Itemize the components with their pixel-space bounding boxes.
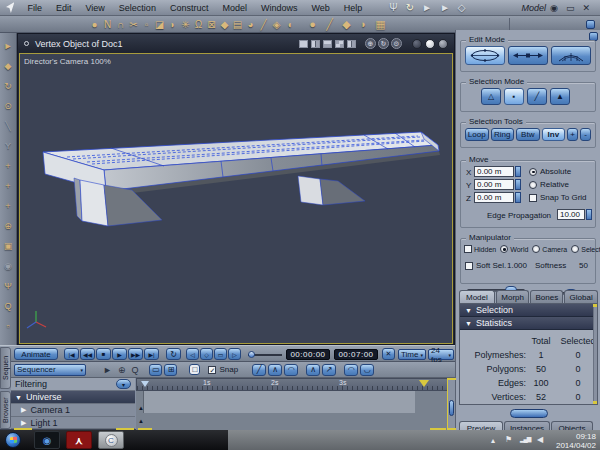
spline-tool-icon[interactable]: N bbox=[101, 19, 114, 30]
line-icon[interactable]: ╲ bbox=[5, 116, 10, 136]
time-scrubber[interactable] bbox=[248, 354, 282, 356]
box-tool-icon[interactable]: ◇ bbox=[454, 2, 470, 13]
tab-morph[interactable]: Morph bbox=[496, 290, 530, 303]
scissors-tool-icon[interactable]: ✂ bbox=[127, 19, 140, 30]
global-move-icon[interactable]: ⊕ bbox=[4, 216, 12, 236]
shrink-selection-button[interactable]: - bbox=[580, 128, 591, 141]
go-end-button[interactable]: ▶| bbox=[144, 348, 159, 360]
close-time-button[interactable]: ✕ bbox=[382, 348, 395, 360]
arrow-tool-icon[interactable]: ► bbox=[418, 2, 436, 13]
tab-browser-vertical[interactable]: Browser bbox=[0, 391, 11, 429]
play-button[interactable]: ▶ bbox=[112, 348, 127, 360]
figure-tool-icon[interactable]: Ω bbox=[192, 19, 205, 30]
restore-window-icon[interactable]: ▭ bbox=[562, 3, 579, 13]
snap-checkbox[interactable]: ✓ bbox=[208, 366, 216, 374]
textured-mode-icon[interactable] bbox=[438, 39, 448, 49]
absolute-radio[interactable] bbox=[529, 168, 537, 176]
add-keyframe-button[interactable]: ◇ bbox=[200, 348, 213, 360]
scale-icon[interactable]: ⊙ bbox=[4, 96, 12, 116]
track-expand-icon[interactable]: ▲ bbox=[138, 418, 144, 424]
paint-tool-icon[interactable]: ● bbox=[304, 18, 321, 30]
bone-tool-icon[interactable]: ▦ bbox=[372, 18, 389, 31]
tangent-ease-button[interactable]: ↗ bbox=[322, 364, 336, 376]
fps-dropdown[interactable]: 24 fps▾ bbox=[428, 349, 454, 360]
dome-tool-icon[interactable]: ◗ bbox=[166, 19, 179, 30]
hidden-icons-button[interactable]: ▴ bbox=[488, 436, 498, 445]
target-tool-icon[interactable]: ⊕ bbox=[115, 365, 129, 375]
lattice-tool-icon[interactable]: ⊠ bbox=[205, 19, 218, 30]
edge-propagation-field[interactable] bbox=[557, 209, 585, 220]
tangent-out-button[interactable]: ◡ bbox=[360, 364, 374, 376]
wireframe-mode-icon[interactable] bbox=[412, 39, 422, 49]
x-field[interactable] bbox=[474, 166, 514, 177]
menu-file[interactable]: File bbox=[20, 3, 49, 13]
animate-button[interactable]: Animate bbox=[14, 348, 58, 360]
fork-icon[interactable]: Y bbox=[5, 136, 11, 156]
zoom-seq-icon[interactable]: Q bbox=[128, 365, 141, 375]
cursor-tool-icon[interactable]: ► bbox=[100, 365, 115, 375]
track-icon[interactable]: ⊙ bbox=[391, 38, 402, 49]
box-mode-button[interactable]: □ bbox=[189, 364, 200, 375]
rotate-tool-icon[interactable]: ↻ bbox=[402, 2, 418, 13]
invert-button[interactable]: Inv bbox=[542, 128, 566, 141]
shaded-mode-icon[interactable] bbox=[425, 39, 435, 49]
selection-section-header[interactable]: ▼ Selection bbox=[460, 304, 597, 317]
track-area[interactable]: ▲ ▲ bbox=[136, 391, 447, 430]
camera-icon[interactable]: ◉ bbox=[4, 256, 12, 276]
edge-propagation-stepper[interactable] bbox=[586, 209, 592, 220]
marquee-icon[interactable]: ▫ bbox=[6, 316, 9, 336]
toolbar-detach-button[interactable] bbox=[586, 20, 595, 29]
tab-bones[interactable]: Bones bbox=[530, 290, 563, 303]
grid-tool-icon[interactable]: ▤ bbox=[231, 19, 244, 30]
layout-single-icon[interactable] bbox=[299, 40, 308, 48]
camera-radio[interactable] bbox=[532, 245, 540, 253]
x-stepper[interactable] bbox=[515, 166, 521, 177]
menu-construct[interactable]: Construct bbox=[163, 3, 216, 13]
rotate-icon[interactable]: ↻ bbox=[4, 76, 12, 96]
vertex-tool-icon[interactable]: ▫ bbox=[140, 19, 153, 30]
panel-expand-button[interactable] bbox=[510, 409, 548, 418]
tangent-in-button[interactable]: ◠ bbox=[344, 364, 358, 376]
z-stepper[interactable] bbox=[515, 192, 521, 203]
orbit-icon[interactable]: ↻ bbox=[378, 38, 389, 49]
eye-icon[interactable]: ◉ bbox=[546, 3, 562, 13]
between-button[interactable]: Btw bbox=[516, 128, 540, 141]
diamond-tool-icon[interactable]: ◈ bbox=[270, 19, 283, 30]
taskbar-app-acrobat[interactable]: ⋏ bbox=[66, 431, 92, 449]
snap-to-grid-checkbox[interactable] bbox=[529, 194, 537, 202]
sound-button[interactable]: ◁ bbox=[186, 348, 199, 360]
tab-model[interactable]: Model bbox=[459, 290, 495, 303]
edit-mode-assemble-button[interactable] bbox=[508, 46, 548, 65]
edit-mode-uv-button[interactable] bbox=[551, 46, 591, 65]
soft-selection-checkbox[interactable] bbox=[465, 262, 473, 270]
end-time-field[interactable]: 00:07:00 bbox=[334, 349, 378, 360]
select-edge-button[interactable]: ╱ bbox=[527, 88, 547, 105]
weld-tool-icon[interactable]: ∩ bbox=[114, 19, 127, 30]
taskbar-app-carrara-active[interactable]: C bbox=[98, 431, 124, 449]
tab-sequencer-vertical[interactable]: Sequen bbox=[0, 347, 11, 389]
ring-button[interactable]: Ring bbox=[491, 128, 515, 141]
edit-range-button[interactable]: ▭ bbox=[149, 364, 162, 376]
time-mode-dropdown[interactable]: Time▾ bbox=[398, 349, 426, 360]
tree-item-camera1[interactable]: ▶ Camera 1 bbox=[11, 404, 135, 417]
shell-tool-icon[interactable]: ◖ bbox=[283, 19, 296, 30]
arrow-alt-tool-icon[interactable]: ► bbox=[436, 2, 454, 13]
selection-radio[interactable] bbox=[571, 245, 579, 253]
marquee-tool-icon[interactable]: ◪ bbox=[153, 19, 166, 30]
select-arrow-icon[interactable]: ► bbox=[4, 36, 13, 56]
sequencer-dropdown[interactable]: Sequencer▾ bbox=[14, 364, 86, 376]
layout-split-h-icon[interactable] bbox=[323, 40, 332, 48]
sphere-tool-icon[interactable]: ● bbox=[88, 19, 101, 30]
network-icon[interactable]: ▂▄▆ bbox=[517, 435, 533, 442]
volume-icon[interactable]: ◀ bbox=[534, 435, 546, 444]
relative-radio[interactable] bbox=[529, 181, 537, 189]
move-3d-icon[interactable]: ◆ bbox=[5, 56, 12, 76]
go-start-button[interactable]: |◀ bbox=[64, 348, 79, 360]
menu-web[interactable]: Web bbox=[304, 3, 336, 13]
layout-three-icon[interactable] bbox=[347, 40, 356, 48]
tangent-spike-button[interactable]: ∧ bbox=[306, 364, 320, 376]
hidden-checkbox[interactable] bbox=[464, 245, 472, 253]
tangent-smooth-button[interactable]: ◠ bbox=[284, 364, 298, 376]
delete-keyframe-button[interactable]: ▭ bbox=[214, 348, 227, 360]
menu-help[interactable]: Help bbox=[337, 3, 370, 13]
